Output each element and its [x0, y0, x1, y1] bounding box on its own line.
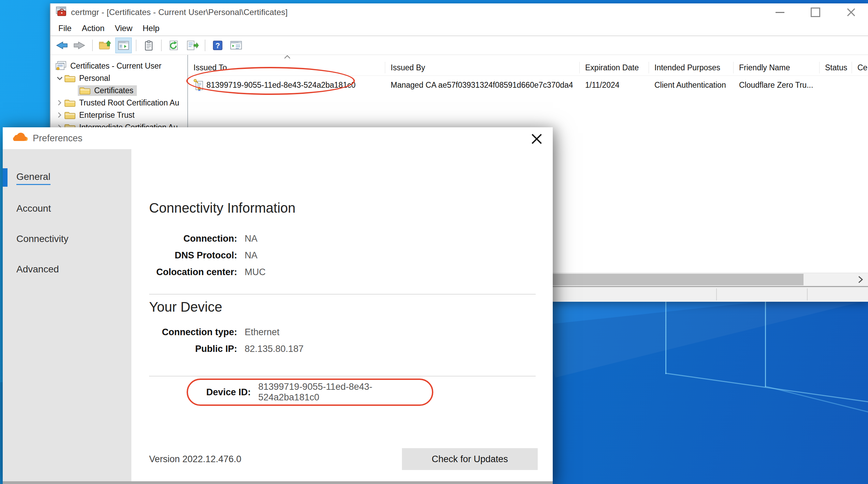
up-folder-icon	[98, 40, 112, 51]
cell-issued-by: Managed CA ae57f03931324f08591d660e7c370…	[385, 81, 580, 90]
back-arrow-icon	[55, 40, 68, 51]
column-header-status[interactable]: Status	[820, 62, 852, 73]
certificates-store-icon	[55, 61, 67, 71]
screen: certmgr - [Certificates - Current User\P…	[0, 0, 868, 484]
svg-text:?: ?	[215, 41, 220, 50]
chevron-right-icon[interactable]	[55, 99, 64, 106]
preferences-title: Preferences	[33, 133, 83, 144]
certmgr-titlebar: certmgr - [Certificates - Current User\P…	[50, 3, 868, 21]
cloudflare-logo-icon	[10, 132, 28, 144]
maximize-icon	[811, 8, 820, 17]
new-window-list-button[interactable]	[228, 38, 244, 53]
console-tree-icon	[117, 40, 130, 51]
preferences-dialog: Preferences General Account Connectivity…	[3, 127, 553, 484]
forward-button[interactable]	[72, 38, 88, 53]
preferences-main: Connectivity Information Connection: NA …	[131, 149, 553, 481]
check-for-updates-button[interactable]: Check for Updates	[402, 448, 538, 470]
connection-type-label: Connection type:	[149, 327, 237, 338]
cell-intended-purposes: Client Authentication	[649, 81, 734, 90]
connection-label: Connection:	[149, 233, 237, 244]
cell-friendly-name: Cloudflare Zero Tru...	[734, 81, 820, 90]
nav-item-general[interactable]: General	[3, 163, 131, 193]
device-id-label: Device ID:	[196, 387, 251, 398]
red-annotation-device-id: Device ID: 81399719-9055-11ed-8e43-524a2…	[187, 379, 433, 406]
back-button[interactable]	[53, 38, 70, 53]
export-list-button[interactable]	[184, 38, 201, 53]
close-button[interactable]	[833, 3, 868, 21]
show-console-tree-button[interactable]	[115, 38, 132, 53]
window-controls	[762, 3, 868, 21]
nav-item-account[interactable]: Account	[3, 193, 131, 224]
minimize-icon	[776, 12, 784, 13]
up-one-level-button[interactable]	[97, 38, 113, 53]
info-row: Colocation center: MUC	[131, 264, 553, 281]
toolbar-separator	[136, 40, 136, 51]
preferences-footer: Version 2022.12.476.0 Check for Updates	[149, 448, 538, 470]
tree-item-label: Trusted Root Certification Au	[79, 98, 179, 108]
dns-protocol-value: NA	[245, 250, 258, 261]
tree-item-trusted-root[interactable]: Trusted Root Certification Au	[50, 97, 187, 109]
section-divider	[149, 294, 536, 295]
nav-item-label: Connectivity	[16, 233, 69, 244]
tree-item-label: Enterprise Trust	[79, 111, 134, 120]
preferences-titlebar: Preferences	[3, 127, 553, 149]
scrollbar-right-arrow[interactable]	[854, 274, 867, 285]
nav-item-connectivity[interactable]: Connectivity	[3, 224, 131, 254]
connection-value: NA	[245, 233, 258, 244]
chevron-right-icon	[857, 275, 864, 284]
preferences-close-icon[interactable]	[530, 132, 543, 145]
toolbar-separator	[92, 40, 93, 51]
nav-item-advanced[interactable]: Advanced	[3, 254, 131, 284]
folder-icon	[64, 111, 76, 119]
clipboard-button[interactable]	[141, 38, 157, 53]
info-row: Connection type: Ethernet	[131, 324, 553, 341]
help-icon: ?	[213, 40, 223, 51]
menu-action[interactable]: Action	[77, 22, 110, 34]
colocation-center-label: Colocation center:	[149, 267, 237, 277]
tree-item-enterprise-trust[interactable]: Enterprise Trust	[50, 109, 187, 121]
tree-item-certificates[interactable]: Certificates	[50, 84, 187, 97]
device-rows: Connection type: Ethernet Public IP: 82.…	[131, 324, 553, 357]
nav-item-label: Account	[16, 203, 51, 214]
colocation-center-value: MUC	[245, 267, 266, 277]
minimize-button[interactable]	[762, 3, 798, 21]
menu-help[interactable]: Help	[138, 22, 164, 34]
forward-arrow-icon	[73, 40, 87, 51]
tree-item-label: Certificates	[94, 86, 133, 95]
maximize-button[interactable]	[798, 3, 833, 21]
export-list-icon	[186, 40, 199, 51]
section-heading-your-device: Your Device	[149, 299, 222, 315]
nav-item-label: Advanced	[16, 264, 59, 275]
red-annotation-issued-to	[186, 67, 355, 95]
menu-view[interactable]: View	[110, 22, 138, 34]
column-header-friendly-name[interactable]: Friendly Name	[734, 62, 820, 73]
device-id-value: 81399719-9055-11ed-8e43-524a2ba181c0	[258, 382, 432, 403]
refresh-button[interactable]	[166, 38, 182, 53]
menu-file[interactable]: File	[53, 22, 77, 34]
preferences-sidebar: General Account Connectivity Advanced	[3, 149, 131, 481]
column-header-certificate[interactable]: Ce	[852, 62, 868, 73]
certmgr-toolbar: ?	[50, 36, 868, 55]
tree-root-label: Certificates - Current User	[70, 61, 161, 71]
tree-item-personal[interactable]: Personal	[50, 72, 187, 84]
dns-protocol-label: DNS Protocol:	[149, 250, 237, 261]
connection-type-value: Ethernet	[245, 327, 279, 338]
column-header-intended-purposes[interactable]: Intended Purposes	[649, 62, 734, 73]
column-header-expiration-date[interactable]: Expiration Date	[580, 62, 649, 73]
certmgr-app-icon	[55, 6, 67, 19]
toolbar-separator	[205, 40, 205, 51]
info-row: Public IP: 82.135.80.187	[131, 341, 553, 357]
close-icon	[846, 8, 856, 17]
public-ip-value: 82.135.80.187	[245, 344, 304, 354]
tree-root-certificates-current-user[interactable]: Certificates - Current User	[50, 60, 187, 72]
chevron-right-icon[interactable]	[55, 111, 64, 119]
section-divider	[149, 376, 536, 376]
info-row: DNS Protocol: NA	[131, 247, 553, 264]
help-button[interactable]: ?	[209, 38, 226, 53]
folder-icon	[64, 74, 76, 83]
cell-expiration-date: 1/11/2024	[580, 81, 649, 90]
certmgr-window-title: certmgr - [Certificates - Current User\P…	[71, 8, 288, 17]
chevron-down-icon[interactable]	[55, 74, 64, 82]
nav-item-label: General	[16, 171, 50, 185]
column-header-issued-by[interactable]: Issued By	[385, 62, 580, 73]
